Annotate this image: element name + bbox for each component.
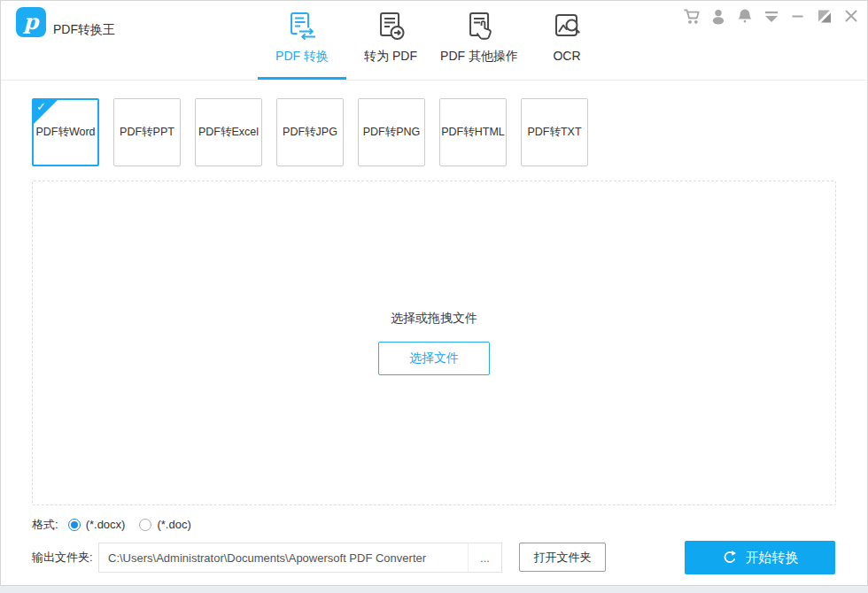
format-options-label: 格式:	[32, 517, 58, 533]
radio-docx[interactable]: (*.docx)	[68, 518, 126, 531]
app-window: p PDF转换王 PDF 转换	[0, 0, 868, 586]
format-tab-pdf-to-excel[interactable]: PDF转Excel	[195, 98, 262, 166]
tab-pdf-convert[interactable]: PDF 转换	[275, 11, 329, 65]
format-tab-pdf-to-html[interactable]: PDF转HTML	[439, 98, 507, 166]
window-controls	[683, 7, 860, 25]
format-tab-label: PDF转PPT	[120, 125, 174, 140]
radio-docx-label: (*.docx)	[86, 518, 126, 531]
format-tab-pdf-to-word[interactable]: PDF转Word	[32, 98, 99, 166]
format-tab-label: PDF转HTML	[441, 125, 505, 140]
format-tab-pdf-to-png[interactable]: PDF转PNG	[358, 98, 425, 166]
dropzone[interactable]: 选择或拖拽文件 选择文件	[32, 181, 836, 505]
choose-file-button[interactable]: 选择文件	[378, 342, 490, 375]
bell-icon[interactable]	[736, 7, 754, 25]
user-icon[interactable]	[709, 7, 727, 25]
tab-to-pdf-label: 转为 PDF	[364, 49, 417, 65]
logo-glyph: p	[24, 9, 39, 35]
refresh-icon	[722, 550, 738, 566]
open-folder-button[interactable]: 打开文件夹	[519, 543, 606, 572]
tab-ocr-label: OCR	[549, 49, 585, 63]
format-options-row: 格式: (*.docx) (*.doc)	[32, 517, 205, 532]
app-logo-icon: p	[16, 7, 46, 37]
tab-pdf-convert-label: PDF 转换	[275, 49, 329, 65]
to-pdf-icon	[364, 11, 417, 42]
start-convert-label: 开始转换	[746, 550, 799, 566]
ocr-icon	[549, 11, 585, 42]
radio-doc-label: (*.doc)	[157, 518, 190, 531]
format-tab-label: PDF转Word	[35, 125, 95, 140]
format-tab-label: PDF转PNG	[363, 125, 421, 140]
pdf-convert-icon	[275, 11, 329, 42]
pdf-other-hand-icon	[440, 11, 518, 42]
format-tab-label: PDF转Excel	[198, 125, 259, 140]
check-icon	[36, 100, 46, 113]
app-title: PDF转换王	[53, 23, 115, 35]
maximize-icon[interactable]	[816, 7, 833, 25]
minimize-icon[interactable]	[789, 7, 807, 25]
format-tab-label: PDF转JPG	[283, 125, 337, 140]
tab-to-pdf[interactable]: 转为 PDF	[364, 11, 417, 65]
close-icon[interactable]	[842, 7, 860, 25]
cart-icon[interactable]	[683, 7, 701, 25]
output-path-group: ...	[98, 543, 502, 573]
active-tab-underline	[258, 77, 346, 80]
radio-doc-circle[interactable]	[139, 519, 151, 531]
format-tab-pdf-to-jpg[interactable]: PDF转JPG	[276, 98, 344, 166]
radio-doc[interactable]: (*.doc)	[139, 518, 190, 531]
radio-docx-circle[interactable]	[68, 519, 81, 531]
dropzone-hint: 选择或拖拽文件	[391, 311, 477, 327]
output-path-input[interactable]	[99, 543, 468, 572]
format-tab-label: PDF转TXT	[527, 125, 581, 140]
update-icon[interactable]	[763, 7, 780, 25]
browse-button[interactable]: ...	[468, 543, 501, 572]
start-convert-button[interactable]: 开始转换	[685, 541, 835, 574]
tab-pdf-other[interactable]: PDF 其他操作	[440, 11, 518, 65]
header: p PDF转换王 PDF 转换	[1, 1, 867, 81]
tab-pdf-other-label: PDF 其他操作	[440, 49, 518, 65]
format-tab-pdf-to-txt[interactable]: PDF转TXT	[521, 98, 588, 166]
format-tab-pdf-to-ppt[interactable]: PDF转PPT	[113, 98, 181, 166]
output-folder-label: 输出文件夹:	[32, 551, 93, 564]
tab-ocr[interactable]: OCR	[549, 11, 585, 63]
